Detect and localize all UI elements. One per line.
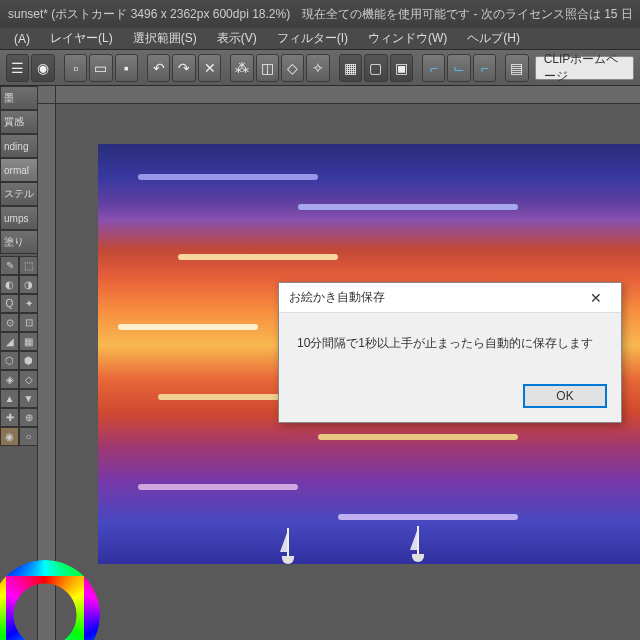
crop-icon[interactable]: ▣ [390,54,413,82]
tool-icon[interactable]: ◐ [0,275,19,294]
dialog-message: 10分間隔で1秒以上手が止まったら自動的に保存します [279,313,621,374]
title-bar: sunset* (ポストカード 3496 x 2362px 600dpi 18.… [0,0,640,28]
menu-layer[interactable]: レイヤー(L) [40,28,123,49]
ruler-horizontal[interactable] [56,86,640,104]
dialog-titlebar[interactable]: お絵かき自動保存 ✕ [279,283,621,313]
tool-icon[interactable]: ⬚ [19,256,38,275]
app-title: sunset* (ポストカード 3496 x 2362px 600dpi 18.… [8,6,633,23]
erase-icon[interactable]: ✕ [198,54,221,82]
swirl-icon[interactable]: ◉ [31,54,54,82]
dialog-title-text: お絵かき自動保存 [289,289,385,306]
brush-tab[interactable]: 質感 [0,110,38,134]
tool-icon[interactable]: ⊙ [0,313,19,332]
tool-icon[interactable]: ✚ [0,408,19,427]
tool-icon[interactable]: ⬡ [0,351,19,370]
brush-tab[interactable]: nding [0,134,38,158]
toolbar: ☰ ◉ ▫ ▭ ▪ ↶ ↷ ✕ ⁂ ◫ ◇ ✧ ▦ ▢ ▣ ⌐ ⌙ ⌐ ▤ CL… [0,50,640,86]
tool-icon[interactable]: ⊕ [19,408,38,427]
paint-stroke [178,254,338,260]
tool-icon[interactable]: ⬢ [19,351,38,370]
clear-icon[interactable]: ◇ [281,54,304,82]
undo-icon[interactable]: ↶ [147,54,170,82]
snap1-icon[interactable]: ⌐ [422,54,445,82]
dialog-buttons: OK [279,374,621,422]
brush-tab[interactable]: ステル [0,182,38,206]
paint-stroke [138,174,318,180]
tool-icon[interactable]: ○ [19,427,38,446]
transform-icon[interactable]: ✧ [306,54,329,82]
menu-select[interactable]: 選択範囲(S) [123,28,207,49]
snap3-icon[interactable]: ⌐ [473,54,496,82]
brush-tab[interactable]: ormal [0,158,38,182]
tool-grid: ✎⬚ ◐◑ Q✦ ⊙⊡ ◢▦ ⬡⬢ ◈◇ ▲▼ ✚⊕ ◉○ [0,256,38,446]
tool-icon[interactable]: ▦ [19,332,38,351]
panel-icon[interactable]: ▤ [505,54,528,82]
brush-tabs: 墨 質感 nding ormal ステル umps 塗り [0,86,38,254]
select-icon[interactable]: ◫ [256,54,279,82]
menu-a[interactable]: (A) [4,30,40,48]
grid-icon[interactable]: ▦ [339,54,362,82]
autosave-dialog: お絵かき自動保存 ✕ 10分間隔で1秒以上手が止まったら自動的に保存します OK [278,282,622,423]
tool-icon[interactable]: ◑ [19,275,38,294]
tool-icon[interactable]: ✦ [19,294,38,313]
paint-stroke [118,324,258,330]
close-icon[interactable]: ✕ [581,286,611,310]
tool-icon[interactable]: ◢ [0,332,19,351]
brush-tab[interactable]: 塗り [0,230,38,254]
tool-icon[interactable]: ◇ [19,370,38,389]
tool-icon[interactable]: ◉ [0,427,19,446]
settings-icon[interactable]: ⁂ [230,54,253,82]
boat-shape [408,522,428,562]
frame-icon[interactable]: ▢ [364,54,387,82]
paint-stroke [138,484,298,490]
menu-filter[interactable]: フィルター(I) [267,28,358,49]
menu-help[interactable]: ヘルプ(H) [457,28,530,49]
menu-view[interactable]: 表示(V) [207,28,267,49]
brush-tab[interactable]: 墨 [0,86,38,110]
menu-bar: (A) レイヤー(L) 選択範囲(S) 表示(V) フィルター(I) ウィンドウ… [0,28,640,50]
paint-stroke [338,514,518,520]
menu-icon[interactable]: ☰ [6,54,29,82]
tool-icon[interactable]: ▲ [0,389,19,408]
brush-tab[interactable]: umps [0,206,38,230]
snap2-icon[interactable]: ⌙ [447,54,470,82]
tool-icon[interactable]: ✎ [0,256,19,275]
menu-window[interactable]: ウィンドウ(W) [358,28,457,49]
tool-icon[interactable]: ⊡ [19,313,38,332]
clip-home-link[interactable]: CLIPホームページ [535,56,634,80]
open-folder-icon[interactable]: ▭ [89,54,112,82]
ruler-corner [38,86,56,104]
ok-button[interactable]: OK [523,384,607,408]
paint-stroke [318,434,518,440]
redo-icon[interactable]: ↷ [172,54,195,82]
save-icon[interactable]: ▪ [115,54,138,82]
paint-stroke [298,204,518,210]
boat-shape [278,524,298,564]
tool-icon[interactable]: Q [0,294,19,313]
new-file-icon[interactable]: ▫ [64,54,87,82]
tool-icon[interactable]: ▼ [19,389,38,408]
tool-icon[interactable]: ◈ [0,370,19,389]
